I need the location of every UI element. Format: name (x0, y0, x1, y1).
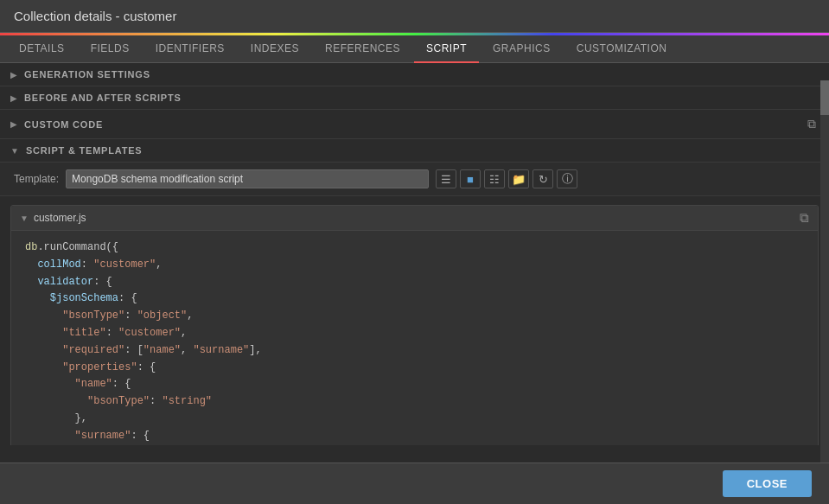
toolbar-info-btn[interactable]: ⓘ (557, 169, 577, 188)
template-select[interactable]: MongoDB schema modification script (66, 169, 429, 188)
section-label-generation: GENERATION SETTINGS (24, 69, 150, 80)
code-area[interactable]: db.runCommand({ collMod: "customer", val… (11, 231, 818, 445)
code-panel-header: ▼ customer.js ⧉ (11, 206, 818, 231)
tab-bar: DETAILS FIELDS IDENTIFIERS INDEXES REFER… (0, 35, 829, 63)
toolbar-align-btn[interactable]: ☰ (436, 169, 456, 188)
content-area: ▶ GENERATION SETTINGS ▶ BEFORE AND AFTER… (0, 63, 829, 445)
section-custom-code[interactable]: ▶ CUSTOM CODE ⧉ (0, 110, 829, 139)
toolbar-table-btn[interactable]: ☷ (484, 169, 505, 188)
section-label-before-after: BEFORE AND AFTER SCRIPTS (24, 93, 182, 103)
section-label-custom-code: CUSTOM CODE (24, 119, 103, 130)
section-generation-settings[interactable]: ▶ GENERATION SETTINGS (0, 63, 829, 86)
section-before-after[interactable]: ▶ BEFORE AND AFTER SCRIPTS (0, 86, 829, 110)
arrow-script-templates: ▼ (10, 146, 19, 156)
dialog-title: Collection details - customer (14, 9, 176, 23)
template-label: Template: (14, 173, 59, 185)
scrollbar-thumb (820, 80, 829, 115)
tab-references[interactable]: REFERENCES (313, 35, 412, 63)
tab-details[interactable]: DETAILS (7, 35, 77, 63)
arrow-before-after: ▶ (10, 93, 17, 103)
tab-customization[interactable]: CUSTOMIZATION (564, 35, 679, 63)
tab-identifiers[interactable]: IDENTIFIERS (143, 35, 237, 63)
arrow-generation-settings: ▶ (10, 70, 17, 80)
template-row: Template: MongoDB schema modification sc… (0, 163, 829, 196)
toolbar-square-btn[interactable]: ■ (460, 169, 481, 188)
tab-graphics[interactable]: GRAPHICS (481, 35, 563, 63)
title-bar: Collection details - customer (0, 0, 829, 33)
tab-script[interactable]: SCRIPT (414, 35, 479, 63)
code-panel-title: customer.js (34, 212, 86, 224)
section-label-script-templates: SCRIPT & TEMPLATES (26, 145, 143, 156)
template-toolbar: ☰ ■ ☷ 📁 ↻ ⓘ (436, 169, 577, 188)
code-content: db.runCommand({ collMod: "customer", val… (25, 239, 804, 445)
arrow-custom-code: ▶ (10, 119, 17, 129)
outer-scrollbar[interactable] (820, 80, 829, 463)
tab-fields[interactable]: FIELDS (79, 35, 142, 63)
close-button[interactable]: CLOSE (723, 470, 812, 497)
bottom-bar: CLOSE (0, 463, 829, 504)
code-panel: ▼ customer.js ⧉ db.runCommand({ collMod:… (10, 205, 819, 445)
section-script-templates[interactable]: ▼ SCRIPT & TEMPLATES (0, 139, 829, 163)
code-panel-copy-btn[interactable]: ⧉ (800, 210, 809, 226)
code-panel-arrow: ▼ (20, 214, 29, 223)
toolbar-undo-btn[interactable]: ↻ (532, 169, 553, 188)
tab-indexes[interactable]: INDEXES (239, 35, 311, 63)
custom-code-copy-btn[interactable]: ⧉ (805, 116, 819, 132)
toolbar-folder-btn[interactable]: 📁 (508, 169, 529, 188)
